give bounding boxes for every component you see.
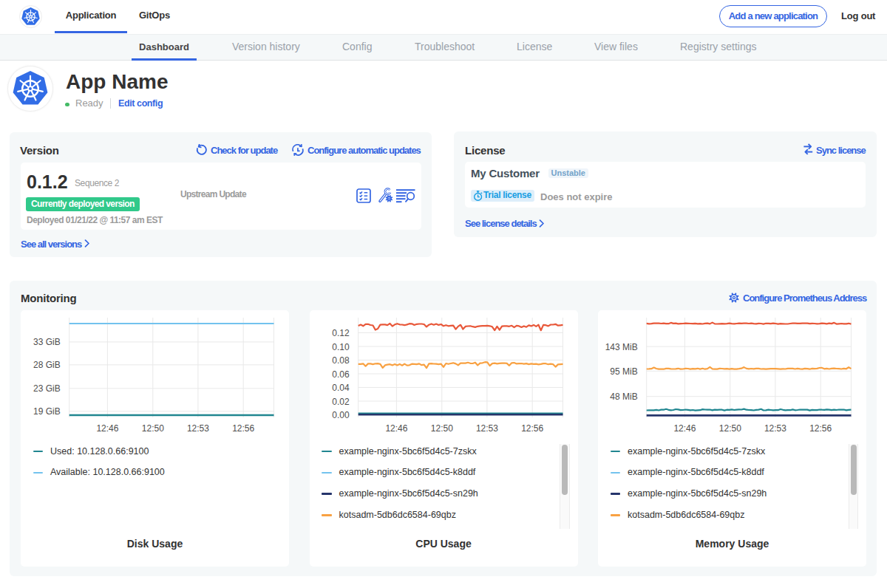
- svg-text:12:50: 12:50: [430, 423, 452, 434]
- svg-text:0.02: 0.02: [332, 397, 350, 407]
- svg-text:12:53: 12:53: [764, 423, 786, 434]
- svg-text:0.12: 0.12: [332, 328, 350, 338]
- svg-text:12:53: 12:53: [187, 423, 209, 434]
- svg-text:0.06: 0.06: [332, 369, 350, 380]
- svg-text:0.10: 0.10: [332, 342, 350, 352]
- svg-text:23 GiB: 23 GiB: [33, 383, 61, 394]
- svg-text:12:46: 12:46: [96, 423, 118, 434]
- svg-text:12:56: 12:56: [521, 423, 543, 434]
- svg-text:28 GiB: 28 GiB: [33, 360, 61, 370]
- svg-text:12:50: 12:50: [719, 423, 741, 434]
- svg-text:12:56: 12:56: [232, 423, 254, 434]
- svg-text:12:46: 12:46: [385, 423, 407, 434]
- svg-text:12:53: 12:53: [475, 423, 497, 434]
- svg-text:48 MiB: 48 MiB: [610, 392, 637, 402]
- svg-text:12:56: 12:56: [809, 423, 832, 434]
- svg-text:0.00: 0.00: [332, 410, 350, 420]
- svg-text:33 GiB: 33 GiB: [33, 337, 61, 347]
- svg-text:0.04: 0.04: [332, 383, 350, 393]
- svg-text:12:46: 12:46: [673, 423, 696, 434]
- svg-text:0.08: 0.08: [332, 355, 350, 366]
- svg-text:143 MiB: 143 MiB: [605, 342, 638, 352]
- svg-text:12:50: 12:50: [142, 423, 164, 434]
- svg-text:95 MiB: 95 MiB: [610, 366, 637, 377]
- svg-text:19 GiB: 19 GiB: [33, 406, 61, 417]
